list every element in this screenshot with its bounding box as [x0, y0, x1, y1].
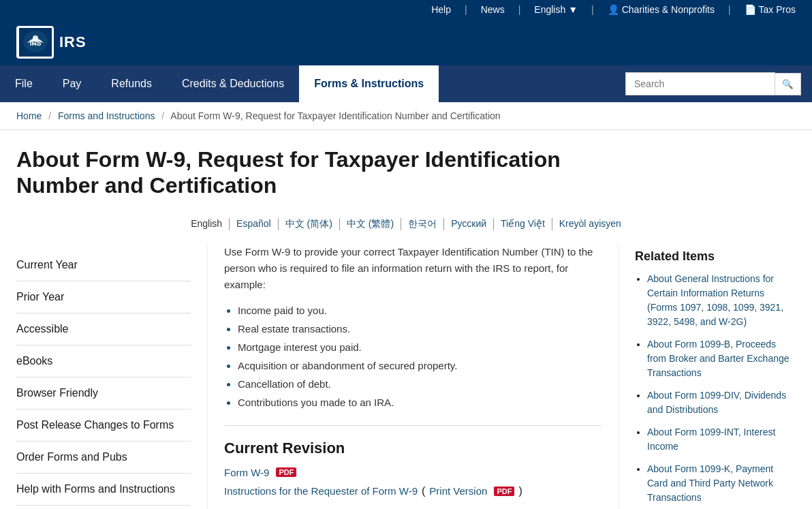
instructions-link[interactable]: Instructions for the Requester of Form W…: [224, 485, 418, 497]
irs-eagle-logo: IRS: [16, 26, 54, 59]
related-item-3: About Form 1099-DIV, Dividends and Distr…: [647, 388, 796, 417]
main-content: Use Form W-9 to provide your correct Tax…: [207, 244, 619, 509]
bullet-acquisition: Acquisition or abandonment of secured pr…: [238, 356, 602, 375]
search-input[interactable]: [625, 72, 775, 95]
page-title-section: About Form W-9, Request for Taxpayer Ide…: [0, 130, 812, 210]
print-version-link[interactable]: Print Version: [429, 485, 487, 497]
related-item-5: About Form 1099-K, Payment Card and Thir…: [647, 462, 796, 505]
nav-forms-instructions[interactable]: Forms & Instructions: [299, 65, 439, 102]
page-title: About Form W-9, Request for Taxpayer Ide…: [16, 146, 602, 199]
related-link-4[interactable]: About Form 1099-INT, Interest Income: [647, 427, 775, 452]
site-header: IRS IRS: [0, 19, 812, 65]
nav-refunds[interactable]: Refunds: [96, 65, 167, 102]
language-links: English Español 中文 (简体) 中文 (繁體) 한국어 Русс…: [0, 210, 812, 244]
nav-search-area: 🔍: [614, 65, 812, 102]
lang-espanol[interactable]: Español: [230, 218, 279, 230]
lang-russian[interactable]: Русский: [444, 218, 494, 230]
lang-vietnamese[interactable]: Tiếng Việt: [494, 218, 552, 230]
related-items-list: About General Instructions for Certain I…: [635, 272, 796, 505]
sidebar-browser-friendly[interactable]: Browser Friendly: [16, 377, 191, 410]
related-link-5[interactable]: About Form 1099-K, Payment Card and Thir…: [647, 463, 773, 503]
main-nav: File Pay Refunds Credits & Deductions Fo…: [0, 65, 812, 102]
search-icon: 🔍: [782, 79, 794, 89]
sidebar-accessible[interactable]: Accessible: [16, 313, 191, 345]
lang-chinese-traditional[interactable]: 中文 (繁體): [340, 218, 401, 230]
divider-4: |: [728, 4, 731, 15]
taxpros-link[interactable]: 📄 Tax Pros: [745, 4, 796, 15]
lang-chinese-simplified[interactable]: 中文 (简体): [279, 218, 340, 230]
nav-file[interactable]: File: [0, 65, 48, 102]
breadcrumb-forms-instructions[interactable]: Forms and Instructions: [58, 110, 155, 121]
breadcrumb-home[interactable]: Home: [16, 110, 42, 121]
sidebar-order-forms-pubs[interactable]: Order Forms and Pubs: [16, 442, 191, 474]
help-link[interactable]: Help: [431, 4, 451, 15]
related-item-2: About Form 1099-B, Proceeds from Broker …: [647, 337, 796, 380]
charities-icon: 👤: [608, 4, 619, 15]
sidebar-prior-year[interactable]: Prior Year: [16, 281, 191, 313]
taxpros-icon: 📄: [745, 4, 756, 15]
utility-bar: Help | News | English ▼ | 👤 Charities & …: [0, 0, 812, 19]
related-item-1: About General Instructions for Certain I…: [647, 272, 796, 329]
related-items-title: Related Items: [635, 249, 796, 264]
bullet-mortgage: Mortgage interest you paid.: [238, 338, 602, 356]
related-item-4: About Form 1099-INT, Interest Income: [647, 425, 796, 454]
related-link-2[interactable]: About Form 1099-B, Proceeds from Broker …: [647, 339, 790, 378]
nav-items: File Pay Refunds Credits & Deductions Fo…: [0, 65, 614, 102]
breadcrumb-sep-2: /: [161, 110, 164, 121]
sidebar-ebooks[interactable]: eBooks: [16, 345, 191, 377]
content-area: Current Year Prior Year Accessible eBook…: [0, 244, 812, 509]
nav-pay[interactable]: Pay: [48, 65, 97, 102]
svg-point-3: [33, 35, 38, 41]
irs-text: IRS: [59, 33, 87, 51]
sidebar-post-release-changes[interactable]: Post Release Changes to Forms: [16, 410, 191, 442]
bullet-income: Income paid to you.: [238, 301, 602, 320]
divider-2: |: [518, 4, 521, 15]
breadcrumb-sep-1: /: [48, 110, 51, 121]
related-link-1[interactable]: About General Instructions for Certain I…: [647, 273, 783, 327]
lang-haitian-creole[interactable]: Kreyòl ayisyen: [552, 218, 628, 230]
breadcrumb: Home / Forms and Instructions / About Fo…: [0, 102, 812, 130]
instructions-pdf-badge: PDF: [494, 487, 514, 496]
bullet-real-estate: Real estate transactions.: [238, 320, 602, 338]
intro-paragraph: Use Form W-9 to provide your correct Tax…: [224, 244, 602, 293]
left-sidebar: Current Year Prior Year Accessible eBook…: [16, 244, 207, 509]
bullet-contributions: Contributions you made to an IRA.: [238, 393, 602, 412]
current-revision-title: Current Revision: [224, 439, 602, 457]
print-version-paren-open: (: [422, 485, 425, 497]
form-w9-link[interactable]: Form W-9: [224, 467, 269, 478]
logo-area[interactable]: IRS IRS: [16, 26, 87, 59]
related-link-3[interactable]: About Form 1099-DIV, Dividends and Distr…: [647, 390, 786, 415]
language-selector[interactable]: English ▼: [534, 4, 578, 15]
right-sidebar: Related Items About General Instructions…: [619, 244, 796, 509]
bullet-list: Income paid to you. Real estate transact…: [238, 301, 602, 412]
form-w9-line: Form W-9 PDF: [224, 467, 602, 478]
divider-3: |: [591, 4, 594, 15]
bullet-cancellation: Cancellation of debt.: [238, 375, 602, 393]
chevron-down-icon: ▼: [568, 4, 578, 15]
charities-link[interactable]: 👤 Charities & Nonprofits: [608, 4, 715, 15]
news-link[interactable]: News: [481, 4, 505, 15]
sidebar-current-year[interactable]: Current Year: [16, 249, 191, 281]
lang-korean[interactable]: 한국어: [401, 218, 444, 230]
sidebar-help-forms-instructions[interactable]: Help with Forms and Instructions: [16, 474, 191, 506]
lang-english[interactable]: English: [184, 218, 230, 230]
section-divider: [224, 425, 602, 426]
print-version-paren-close: ): [518, 485, 522, 497]
search-button[interactable]: 🔍: [775, 73, 801, 95]
breadcrumb-current: About Form W-9, Request for Taxpayer Ide…: [170, 110, 500, 121]
form-w9-pdf-badge: PDF: [276, 467, 296, 477]
instructions-line: Instructions for the Requester of Form W…: [224, 485, 602, 497]
divider-1: |: [465, 4, 467, 15]
nav-credits-deductions[interactable]: Credits & Deductions: [167, 65, 299, 102]
